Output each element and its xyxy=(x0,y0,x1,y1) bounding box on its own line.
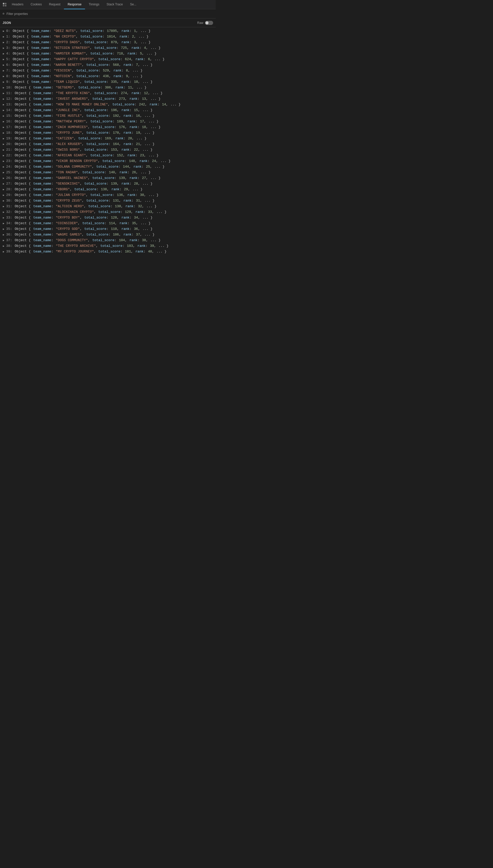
list-item[interactable]: 1: Object { team_name : "NH CRIPTO" , to… xyxy=(0,34,216,40)
list-item[interactable]: 5: Object { team_name : "HAPPY CATTY CRY… xyxy=(0,57,216,62)
key-total-score: total_score xyxy=(92,176,114,181)
raw-toggle-switch[interactable] xyxy=(205,21,213,25)
key-team-name: team_name xyxy=(33,164,51,169)
list-item[interactable]: 38: Object { team_name : "THE CRYPTO ARC… xyxy=(0,243,216,249)
expand-arrow xyxy=(2,233,6,237)
list-item[interactable]: 2: Object { team_name : "CRYPTO DADS" , … xyxy=(0,40,216,45)
list-item[interactable]: 24: Object { team_name : "SOLANA COMMUNI… xyxy=(0,164,216,170)
val-team-name: "MY CRYPTO JOURNEY" xyxy=(56,249,94,254)
val-rank: 27 xyxy=(142,176,146,181)
list-item[interactable]: 13: Object { team_name : "HOW TO MAKE MO… xyxy=(0,102,216,107)
list-item[interactable]: 0: Object { team_name : "DEEZ NUTS" , to… xyxy=(0,28,216,34)
row-label: Object { xyxy=(15,226,33,231)
list-item[interactable]: 11: Object { team_name : "THE KRYPTO KIN… xyxy=(0,90,216,96)
key-rank: rank xyxy=(127,193,135,198)
val-rank: 21 xyxy=(136,142,140,147)
row-label: Object { xyxy=(15,198,33,203)
list-item[interactable]: 37: Object { team_name : "DOGS COMMUNITY… xyxy=(0,238,216,243)
row-index: 36: xyxy=(6,232,14,237)
list-item[interactable]: 28: Object { team_name : "XBORG" , total… xyxy=(0,187,216,192)
val-team-name: "BITCOIN STRATEGY" xyxy=(53,45,90,51)
key-team-name: team_name xyxy=(33,142,51,147)
list-item[interactable]: 19: Object { team_name : "CATIZEN" , tot… xyxy=(0,136,216,141)
val-rank: 37 xyxy=(136,232,140,237)
svg-rect-3 xyxy=(5,5,6,6)
list-item[interactable]: 18: Object { team_name : "CRYPTO JUNE" ,… xyxy=(0,130,216,136)
list-item[interactable]: 25: Object { team_name : "TON RADAR" , t… xyxy=(0,170,216,175)
val-team-name: "CRYPTO GOD" xyxy=(56,226,80,231)
tab-se[interactable]: Se... xyxy=(126,0,140,9)
key-rank: rank xyxy=(113,68,122,73)
ellipsis: ... } xyxy=(141,40,150,45)
list-item[interactable]: 12: Object { team_name : "INVEST ANSWERS… xyxy=(0,96,216,102)
list-item[interactable]: 27: Object { team_name : "GENSOKISHI" , … xyxy=(0,181,216,187)
val-total-score: 130 xyxy=(115,204,121,209)
list-item[interactable]: 34: Object { team_name : "COINSIDER" , t… xyxy=(0,221,216,226)
row-index: 35: xyxy=(6,226,14,231)
ellipsis: ... } xyxy=(145,142,155,147)
expand-arrow xyxy=(2,238,6,242)
list-item[interactable]: 17: Object { team_name : "ZACH HUMPHRIES… xyxy=(0,124,216,130)
val-team-name: "GETGEMS" xyxy=(56,85,74,90)
tab-stack-trace[interactable]: Stack Trace xyxy=(103,0,126,9)
row-label: Object { xyxy=(15,85,33,90)
row-index: 18: xyxy=(6,130,14,136)
val-team-name: "AFRICAN GIANT" xyxy=(56,153,86,158)
tab-cookies[interactable]: Cookies xyxy=(27,0,45,9)
list-item[interactable]: 9: Object { team_name : "TEAM LIQUID" , … xyxy=(0,79,216,85)
list-item[interactable]: 4: Object { team_name : "HAMSTER KOMBAT"… xyxy=(0,51,216,57)
list-item[interactable]: 32: Object { team_name : "BLOCKCHAIN CRY… xyxy=(0,209,216,215)
val-team-name: "THE CRYPTO ARCHIVE" xyxy=(56,243,96,249)
expand-arrow xyxy=(2,91,6,95)
val-team-name: "HAMSTER KOMBAT" xyxy=(53,51,86,56)
tab-timings[interactable]: Timings xyxy=(85,0,103,9)
list-item[interactable]: 35: Object { team_name : "CRYPTO GOD" , … xyxy=(0,226,216,232)
list-item[interactable]: 21: Object { team_name : "SWISS BORG" , … xyxy=(0,147,216,153)
key-total-score: total_score xyxy=(88,204,110,209)
row-index: 24: xyxy=(6,164,14,169)
list-item[interactable]: 20: Object { team_name : "ALEX KRUGER" ,… xyxy=(0,141,216,147)
list-item[interactable]: 31: Object { team_name : "ALTCOIN HERO" … xyxy=(0,204,216,209)
list-item[interactable]: 14: Object { team_name : "JUNGLE INC" , … xyxy=(0,107,216,113)
tab-headers[interactable]: Headers xyxy=(8,0,27,9)
val-team-name: "CRYPTO JUNE" xyxy=(56,130,82,136)
val-rank: 20 xyxy=(128,136,132,141)
row-label: Object { xyxy=(15,187,33,192)
list-item[interactable]: 3: Object { team_name : "BITCOIN STRATEG… xyxy=(0,45,216,51)
list-item[interactable]: 22: Object { team_name : "AFRICAN GIANT"… xyxy=(0,153,216,158)
key-total-score: total_score xyxy=(84,40,106,45)
list-item[interactable]: 39: Object { team_name : "MY CRYPTO JOUR… xyxy=(0,249,216,255)
tab-request[interactable]: Request xyxy=(45,0,64,9)
row-index: 29: xyxy=(6,193,14,198)
row-label: Object { xyxy=(13,40,30,45)
expand-arrow xyxy=(2,182,6,186)
row-label: Object { xyxy=(15,243,33,249)
list-item[interactable]: 36: Object { team_name : "WAGMI GAMES" ,… xyxy=(0,232,216,238)
list-item[interactable]: 7: Object { team_name : "YESCOIN" , tota… xyxy=(0,68,216,74)
raw-toggle-container: Raw xyxy=(197,21,213,25)
val-rank: 7 xyxy=(136,62,138,68)
list-item[interactable]: 8: Object { team_name : "NOTCOIN" , tota… xyxy=(0,74,216,79)
expand-arrow xyxy=(2,210,6,214)
list-item[interactable]: 10: Object { team_name : "GETGEMS" , tot… xyxy=(0,85,216,90)
list-item[interactable]: 23: Object { team_name : "VIKOR BENSON C… xyxy=(0,158,216,164)
list-item[interactable]: 16: Object { team_name : "MATTHEW PERRY"… xyxy=(0,119,216,124)
list-item[interactable]: 26: Object { team_name : "GABRIEL HAINES… xyxy=(0,175,216,181)
list-item[interactable]: 33: Object { team_name : "CRYPTO BOY" , … xyxy=(0,215,216,221)
key-team-name: team_name xyxy=(33,209,51,215)
panel-icon[interactable] xyxy=(1,0,8,9)
list-item[interactable]: 15: Object { team_name : "FIRE HUSTLE" ,… xyxy=(0,113,216,119)
row-label: Object { xyxy=(15,102,33,107)
row-label: Object { xyxy=(15,238,33,243)
val-total-score: 136 xyxy=(117,193,123,198)
row-label: Object { xyxy=(15,221,33,226)
row-label: Object { xyxy=(15,96,33,102)
key-total-score: total_score xyxy=(84,79,106,85)
list-item[interactable]: 29: Object { team_name : "JULIAN CRYPTO"… xyxy=(0,192,216,198)
ellipsis: ... } xyxy=(143,147,152,153)
tab-response[interactable]: Response xyxy=(64,0,85,9)
val-team-name: "SWISS BORG" xyxy=(56,147,80,153)
list-item[interactable]: 30: Object { team_name : "CRYPTO ZEUS" ,… xyxy=(0,198,216,204)
list-item[interactable]: 6: Object { team_name : "AARON BENETT" ,… xyxy=(0,62,216,68)
key-total-score: total_score xyxy=(98,249,121,254)
